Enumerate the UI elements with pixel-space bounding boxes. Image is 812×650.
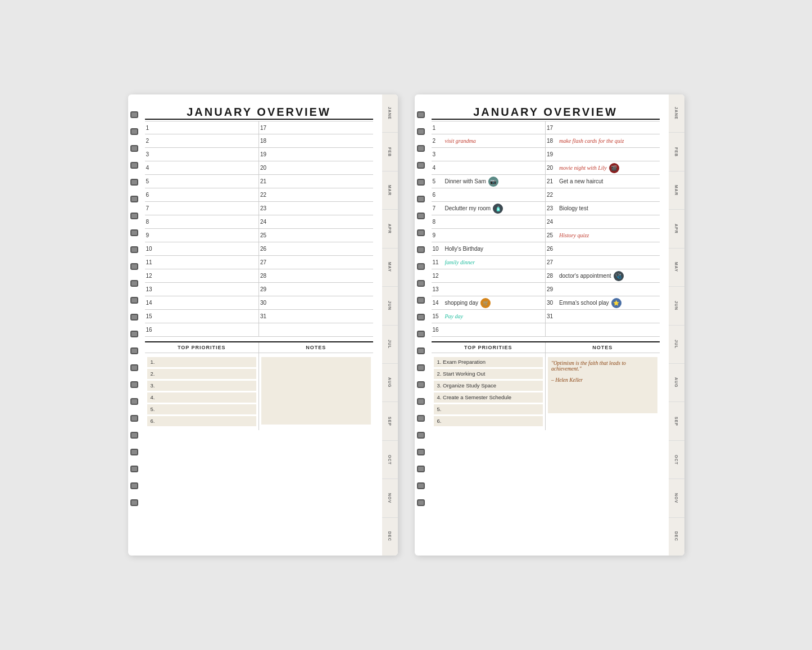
spiral-coil	[130, 145, 138, 152]
right-notes-area: "Optimism is the faith that leads to ach…	[548, 357, 657, 413]
tab-nov[interactable]: NOV	[669, 479, 684, 517]
cal-cell	[270, 121, 373, 134]
priority-item-2: 2. Start Working Out	[434, 369, 543, 379]
cal-cell: Pay day	[443, 310, 546, 323]
cal-day-num: 18	[259, 136, 270, 146]
right-cal-row-15: 15 Pay day 31	[432, 310, 660, 323]
cal-event-haircut: Get a new haircut	[559, 178, 603, 184]
pn-header: TOP PRIORITIES NOTES	[145, 342, 373, 353]
left-notes-col	[259, 353, 373, 430]
spiral-coil	[417, 432, 425, 439]
tab-may[interactable]: MAY	[382, 249, 398, 287]
star-icon: ⭐	[611, 298, 622, 308]
cal-day-num: 31	[259, 312, 270, 321]
cal-cell: doctor's appointment 🩺	[557, 270, 660, 282]
cal-cell	[443, 162, 546, 174]
cal-day-num: 13	[145, 285, 156, 294]
tab-nov[interactable]: NOV	[382, 479, 398, 517]
tab-feb[interactable]: FEB	[382, 133, 398, 171]
spiral-coil	[417, 196, 425, 202]
tab-mar[interactable]: MAR	[382, 171, 398, 210]
cal-cell	[270, 175, 373, 188]
cal-cell	[557, 189, 660, 201]
tab-jane[interactable]: JANE	[382, 94, 398, 133]
camera-icon: 📷	[488, 177, 498, 187]
cal-row-15: 15 31	[145, 310, 373, 323]
cal-cell	[270, 324, 373, 336]
cal-cell	[557, 216, 660, 228]
stethoscope-icon: 🩺	[614, 271, 624, 281]
cal-day-num: 4	[432, 163, 443, 173]
cal-event-flash-cards: make flash cards for the quiz	[559, 138, 624, 144]
tab-sep[interactable]: SEP	[669, 402, 684, 440]
priority-item-5: 5.	[147, 404, 257, 414]
tab-dec[interactable]: DEC	[669, 518, 684, 556]
priority-item-3: 3. Organize Study Space	[434, 381, 543, 391]
tab-apr[interactable]: APR	[382, 210, 398, 248]
cal-cell: shopping day 🛒	[443, 297, 546, 309]
tab-mar[interactable]: MAR	[669, 171, 684, 210]
cal-cell	[270, 256, 373, 269]
tab-apr[interactable]: APR	[669, 210, 684, 248]
cal-row-4: 4 20	[145, 161, 373, 175]
cal-day-num: 18	[546, 136, 557, 146]
tab-dec[interactable]: DEC	[382, 518, 398, 556]
cal-event-dinner-sam: Dinner with Sam	[445, 178, 486, 184]
cal-day-num: 1	[145, 123, 156, 133]
cal-cell	[156, 135, 259, 147]
spiral-coil	[130, 347, 138, 354]
cal-cell	[557, 243, 660, 255]
cal-cell	[156, 256, 259, 269]
tab-may[interactable]: MAY	[669, 249, 684, 287]
spiral-coil	[417, 280, 425, 287]
cal-cell	[557, 310, 660, 323]
cal-cell	[270, 162, 373, 174]
spiral-coil	[417, 381, 425, 388]
cal-day-num: 28	[259, 271, 270, 281]
tab-jul[interactable]: JUL	[382, 326, 398, 364]
spiral-coil	[417, 482, 425, 489]
tab-jane[interactable]: JANE	[669, 94, 684, 133]
left-priorities-header: TOP PRIORITIES	[145, 342, 259, 353]
cal-cell	[156, 121, 259, 134]
tab-jun[interactable]: JUN	[382, 287, 398, 325]
tab-oct[interactable]: OCT	[382, 441, 398, 479]
tab-jun[interactable]: JUN	[669, 287, 684, 325]
spiral-coil	[417, 297, 425, 304]
cal-cell	[156, 310, 259, 323]
spiral-coil	[417, 415, 425, 422]
cal-cell	[270, 148, 373, 161]
tab-jul[interactable]: JUL	[669, 326, 684, 364]
right-cal-row-6: 6 22	[432, 188, 660, 202]
cal-day-num: 21	[259, 177, 270, 186]
cal-day-num: 11	[432, 258, 443, 267]
tab-oct[interactable]: OCT	[669, 441, 684, 479]
cal-event-visit-grandma: visit grandma	[445, 138, 476, 144]
left-notes-empty	[261, 357, 371, 425]
cal-row-16: 16 32	[145, 323, 373, 337]
tab-sep[interactable]: SEP	[382, 402, 398, 440]
spiral-coil	[417, 179, 425, 186]
cal-cell: Get a new haircut	[557, 175, 660, 188]
cal-day-num: 14	[432, 298, 443, 308]
cal-day-num: 7	[145, 204, 156, 213]
cal-day-num: 10	[145, 244, 156, 254]
tab-aug[interactable]: AUG	[669, 364, 684, 402]
right-cal-row-3: 3 19	[432, 148, 660, 161]
spiral-coil	[130, 482, 138, 489]
cal-event-pay-day: Pay day	[445, 313, 464, 319]
cal-day-num: 27	[546, 258, 557, 267]
cal-day-num: 9	[145, 231, 156, 240]
right-tab-strip: JANE FEB MAR APR MAY JUN JUL AUG SEP OCT…	[669, 94, 684, 556]
cal-day-num: 11	[145, 258, 156, 267]
tab-feb[interactable]: FEB	[669, 133, 684, 171]
spiral-coil	[130, 398, 138, 405]
tab-aug[interactable]: AUG	[382, 364, 398, 402]
cal-day-num: 23	[546, 204, 557, 213]
spiral-coil	[417, 499, 425, 506]
cal-event-movie-night: movie night with Lily	[559, 165, 607, 171]
cal-cell	[156, 202, 259, 215]
cal-cell	[156, 189, 259, 201]
notes-quote: "Optimism is the faith that leads to ach…	[551, 360, 626, 372]
cal-day-num: 26	[546, 244, 557, 254]
